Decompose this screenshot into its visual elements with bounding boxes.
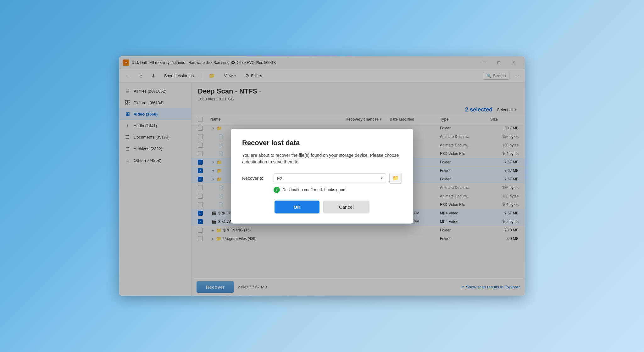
modal-title: Recover lost data	[242, 139, 402, 147]
modal-description: You are about to recover the file(s) fou…	[242, 152, 402, 165]
modal-buttons: OK Cancel	[242, 201, 402, 213]
recover-modal: Recover lost data You are about to recov…	[231, 129, 413, 224]
recover-to-field[interactable]	[277, 176, 381, 181]
modal-overlay: Recover lost data You are about to recov…	[119, 56, 525, 296]
recover-to-input-wrapper[interactable]: ▾	[274, 173, 386, 183]
modal-cancel-button[interactable]: Cancel	[323, 201, 369, 213]
main-window: Disk Drill - All recovery methods - Hard…	[119, 56, 525, 296]
recover-to-dropdown-icon[interactable]: ▾	[381, 176, 383, 180]
browse-folder-icon: 📁	[392, 175, 399, 181]
browse-folder-button[interactable]: 📁	[389, 173, 402, 184]
check-circle-icon: ✓	[274, 187, 280, 193]
recover-to-row: Recover to ▾ 📁	[242, 173, 402, 184]
destination-status: ✓ Destination confirmed. Looks good!	[274, 187, 402, 193]
recover-to-label: Recover to	[242, 176, 270, 181]
modal-ok-button[interactable]: OK	[275, 201, 319, 213]
destination-ok-text: Destination confirmed. Looks good!	[282, 187, 347, 192]
